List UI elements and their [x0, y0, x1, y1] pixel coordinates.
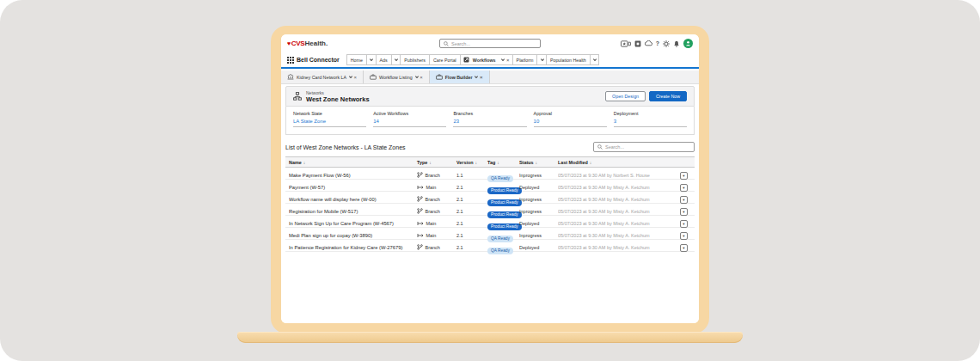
- nav-tab-care-portal[interactable]: Care Portal: [429, 54, 461, 65]
- expand-row-button[interactable]: ▾: [680, 196, 688, 204]
- type-cell: Main: [417, 221, 456, 227]
- nav-tab-label: Workflows: [469, 55, 499, 64]
- table-row: Payment (W-57) Main 2.1 Product Ready De…: [285, 180, 695, 192]
- close-icon[interactable]: ×: [505, 55, 512, 64]
- table-row: In Patience Registration for Kidney Care…: [285, 240, 695, 252]
- workflow-name[interactable]: Workflow name will display here (W-00): [289, 197, 417, 202]
- grid-icon: [287, 57, 294, 64]
- column-type[interactable]: Type↓: [417, 160, 456, 165]
- workflows-icon: [461, 55, 469, 64]
- nav-bar: Bell Connector Home Ads Publishers Care …: [281, 52, 699, 69]
- sort-icon[interactable]: ↓: [303, 160, 306, 165]
- status: Deployed: [519, 245, 558, 250]
- breadcrumb-tab-kidney-card-network[interactable]: Kidney Card Network LA ×: [281, 70, 364, 83]
- brand-cvs: CVS: [291, 40, 305, 47]
- table-row: Workflow name will display here (W-00) B…: [285, 192, 695, 204]
- breadcrumb-tab-flow-builder[interactable]: Flow Builder ×: [430, 70, 490, 83]
- sort-icon[interactable]: ↓: [475, 160, 477, 165]
- create-new-button[interactable]: Create Now: [649, 91, 687, 101]
- last-modified: 05/07/2023 at 9:30 AM by Norbert S. Hous…: [558, 173, 680, 178]
- nav-tab-platform[interactable]: Platform: [512, 54, 547, 65]
- chevron-down-icon[interactable]: [391, 55, 401, 64]
- global-search[interactable]: [439, 39, 541, 48]
- nav-tab-ads[interactable]: Ads: [376, 54, 401, 65]
- nav-tab-label: Care Portal: [430, 55, 460, 64]
- laptop-base: [237, 332, 743, 343]
- type-label: Main: [426, 233, 437, 238]
- column-tag[interactable]: Tag↓: [487, 160, 519, 165]
- cloud-icon[interactable]: [645, 40, 652, 46]
- sort-icon[interactable]: ↓: [497, 160, 499, 165]
- page-canvas: ♥CVSHealth. ?: [0, 0, 980, 361]
- type-cell: Branch: [417, 244, 456, 251]
- global-search-input[interactable]: [451, 41, 536, 46]
- workflow-name[interactable]: Payment (W-57): [289, 185, 417, 190]
- help-icon[interactable]: ?: [656, 40, 659, 46]
- table-row: In Network Sign Up for Care Program (W-4…: [285, 216, 695, 228]
- stat-label: Branches: [453, 111, 526, 116]
- workflow-name[interactable]: Make Payment Flow (W-56): [289, 173, 417, 178]
- briefcase-icon: [436, 74, 443, 80]
- workflow-name[interactable]: Medi Plan sign up for copay (W-3890): [289, 233, 417, 238]
- column-status[interactable]: Status↓: [519, 160, 558, 165]
- version: 1.1: [456, 173, 487, 178]
- settings-icon[interactable]: [663, 40, 670, 47]
- chevron-down-icon[interactable]: [415, 75, 419, 78]
- breadcrumb-tab-workflow-listing[interactable]: Workflow Listing ×: [364, 70, 430, 83]
- open-design-button[interactable]: Open Design: [605, 91, 646, 101]
- nav-tab-workflows[interactable]: Workflows ×: [460, 54, 513, 65]
- expand-row-button[interactable]: ▾: [680, 244, 688, 252]
- expand-row-button[interactable]: ▾: [680, 232, 688, 240]
- workflow-name[interactable]: In Network Sign Up for Care Program (W-4…: [289, 221, 417, 226]
- column-name[interactable]: Name↓: [289, 160, 417, 165]
- close-icon[interactable]: ×: [480, 75, 483, 80]
- sort-icon[interactable]: ↓: [590, 160, 592, 165]
- sort-icon[interactable]: ↓: [429, 160, 432, 165]
- column-last-modified[interactable]: Last Modified↓: [558, 160, 680, 165]
- nav-tab-population-health[interactable]: Population Health: [546, 54, 599, 65]
- type-label: Branch: [426, 209, 440, 214]
- cvs-health-logo: ♥CVSHealth.: [287, 40, 328, 47]
- expand-row-button[interactable]: ▾: [680, 184, 688, 192]
- stat-value[interactable]: 14: [373, 119, 446, 124]
- expand-row-button[interactable]: ▾: [680, 208, 688, 216]
- workflow-name[interactable]: In Patience Registration for Kidney Care…: [289, 245, 417, 250]
- chevron-down-icon[interactable]: [475, 75, 479, 78]
- window-icon[interactable]: [634, 40, 641, 47]
- nav-tab-publishers[interactable]: Publishers: [400, 54, 430, 65]
- stat-value[interactable]: 3: [614, 119, 687, 124]
- table-search[interactable]: [593, 142, 695, 152]
- sort-icon[interactable]: ↓: [535, 160, 537, 165]
- stat-value[interactable]: 23: [453, 119, 526, 124]
- stat-label: Network State: [293, 111, 366, 116]
- workflow-name[interactable]: Registration for Mobile (W-517): [289, 209, 417, 214]
- stat-value[interactable]: LA State Zone: [293, 119, 366, 124]
- last-modified: 05/07/2023 at 9:30 AM by Misty A. Ketchu…: [558, 185, 680, 190]
- main-icon: [417, 233, 424, 239]
- apps-icon[interactable]: [621, 40, 631, 47]
- column-version[interactable]: Version↓: [456, 160, 487, 165]
- close-icon[interactable]: ×: [420, 75, 423, 80]
- chevron-down-icon[interactable]: [536, 55, 546, 64]
- tag-badge: QA Ready: [487, 248, 513, 254]
- close-icon[interactable]: ×: [354, 75, 358, 80]
- chevron-down-icon[interactable]: [499, 55, 505, 64]
- expand-row-button[interactable]: ▾: [680, 220, 688, 228]
- breadcrumb: Kidney Card Network LA × Workflow Listin…: [281, 70, 699, 84]
- nav-tab-label: Publishers: [401, 55, 429, 64]
- table-search-input[interactable]: [605, 144, 690, 150]
- type-cell: Branch: [417, 196, 456, 203]
- stat-value[interactable]: 10: [534, 119, 607, 124]
- nav-tab-home[interactable]: Home: [346, 54, 377, 65]
- chevron-down-icon[interactable]: [349, 75, 352, 78]
- breadcrumb-label: Flow Builder: [445, 75, 473, 80]
- chevron-down-icon[interactable]: [366, 55, 376, 64]
- search-icon: [597, 144, 603, 150]
- nav-tab-label: Ads: [377, 55, 391, 64]
- heart-icon: ♥: [287, 40, 291, 46]
- type-cell: Main: [417, 233, 456, 239]
- expand-row-button[interactable]: ▾: [680, 172, 688, 180]
- notifications-icon[interactable]: [673, 40, 680, 47]
- chevron-down-icon[interactable]: [590, 55, 599, 64]
- user-avatar[interactable]: [683, 39, 693, 48]
